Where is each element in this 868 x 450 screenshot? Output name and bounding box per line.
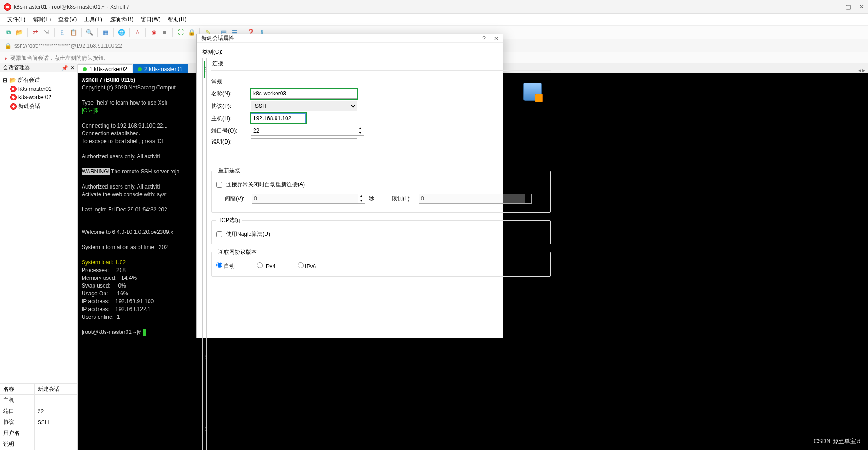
menu-tools[interactable]: 工具(T)	[81, 15, 105, 24]
nagle-label: 使用Nagle算法(U)	[226, 230, 270, 238]
tree-item-newsession[interactable]: 新建会话	[2, 101, 76, 111]
fullscreen-icon[interactable]: ⛶	[176, 28, 185, 37]
disconnect-icon[interactable]: ⇲	[42, 28, 51, 37]
reconnect-label: 连接异常关闭时自动重新连接(A)	[226, 181, 305, 189]
session-pc-icon	[523, 83, 542, 101]
port-label: 端口号(O):	[211, 127, 247, 135]
tree-item-master01[interactable]: k8s-master01	[2, 85, 76, 93]
menu-help[interactable]: 帮助(H)	[165, 15, 189, 24]
window-controls: — ▢ ✕	[831, 3, 864, 10]
stop-icon[interactable]: ■	[160, 28, 169, 37]
copy-icon[interactable]: ⎘	[58, 28, 67, 37]
record-icon[interactable]: ◉	[149, 28, 158, 37]
name-input[interactable]	[251, 89, 357, 99]
new-session-icon[interactable]: ⧉	[4, 28, 13, 37]
window-title: k8s-master01 - root@k8s-master01:~ - Xsh…	[14, 4, 130, 10]
session-manager: 会话管理器 📌✕ ⊟📂所有会话 k8s-master01 k8s-worker0…	[0, 64, 78, 450]
host-input[interactable]	[251, 113, 306, 123]
proto-label: 协议(P):	[211, 102, 247, 110]
interval-unit: 秒	[369, 195, 374, 203]
menu-edit[interactable]: 编辑(E)	[30, 15, 54, 24]
connection-panel: 连接 常规 名称(N): 协议(P):SSH 主机(H): 端口号(O): ▲▼…	[211, 58, 551, 450]
menu-file[interactable]: 文件(F)	[5, 15, 28, 24]
connect-icon[interactable]: ⇄	[31, 28, 40, 37]
maximize-icon[interactable]: ▢	[846, 3, 851, 10]
port-down-icon[interactable]: ▼	[357, 131, 364, 135]
proto-select[interactable]: SSH	[251, 101, 357, 111]
tree-root[interactable]: ⊟📂所有会话	[2, 75, 76, 85]
ip-auto-radio[interactable]	[216, 262, 222, 268]
ip-v6-radio[interactable]	[298, 262, 304, 268]
paste-icon[interactable]: 📋	[69, 28, 78, 37]
menu-tabs[interactable]: 选项卡(B)	[107, 15, 136, 24]
open-icon[interactable]: 📂	[15, 28, 24, 37]
minimize-icon[interactable]: —	[831, 3, 837, 10]
tip-text: 要添加当前会话，点击左侧的箭头按钮。	[10, 54, 109, 62]
search-icon[interactable]: 🔍	[85, 28, 94, 37]
pin-icon[interactable]: 📌	[61, 65, 68, 71]
tree-item-worker02[interactable]: k8s-worker02	[2, 93, 76, 101]
name-label: 名称(N):	[211, 90, 247, 98]
tab-worker02[interactable]: 1 k8s-worker02	[78, 64, 132, 73]
category-tree[interactable]: ⊟连接 ⊟用户身份验证 登录提示符 登录脚本 ⊟SSH 安全性 隧道 SFTP …	[202, 58, 207, 450]
nagle-checkbox[interactable]	[216, 231, 222, 237]
menu-view[interactable]: 查看(V)	[55, 15, 79, 24]
globe-icon[interactable]: 🌐	[117, 28, 126, 37]
limit-label: 限制(L):	[392, 195, 415, 203]
desc-textarea[interactable]	[251, 138, 357, 161]
session-props: 名称新建会话 主机 端口22 协议SSH 用户名 说明	[0, 383, 77, 450]
tcp-title: TCP选项	[216, 217, 242, 224]
panel-close-icon[interactable]: ✕	[70, 65, 75, 71]
address-text[interactable]: ssh://root:***************@192.168.91.10…	[14, 43, 122, 49]
category-label: 类别(C):	[202, 48, 498, 56]
limit-input	[419, 194, 525, 204]
menubar: 文件(F) 编辑(E) 查看(V) 工具(T) 选项卡(B) 窗口(W) 帮助(…	[0, 14, 868, 26]
interval-input	[252, 194, 358, 204]
lock-small-icon: 🔒	[5, 43, 11, 49]
tab-nav-right-icon[interactable]: ▸	[862, 67, 865, 73]
ip-v4-radio[interactable]	[257, 262, 263, 268]
app-icon	[4, 3, 11, 11]
menu-window[interactable]: 窗口(W)	[138, 15, 163, 24]
reconnect-checkbox[interactable]	[216, 182, 222, 188]
watermark: CSDN @至尊宝♬	[814, 437, 861, 445]
tab-master01[interactable]: 2 k8s-master01	[133, 64, 188, 73]
font-icon[interactable]: A	[133, 28, 142, 37]
port-up-icon[interactable]: ▲	[357, 126, 364, 131]
host-label: 主机(H):	[211, 115, 247, 122]
flag-icon: ▸	[5, 55, 7, 61]
props-icon[interactable]: ▦	[101, 28, 110, 37]
panel-header: 连接	[211, 58, 551, 71]
dialog-title: 新建会话属性	[201, 34, 234, 42]
tab-nav-left-icon[interactable]: ◂	[858, 67, 861, 73]
dialog-help-icon[interactable]: ?	[482, 35, 486, 42]
new-session-dialog: 新建会话属性 ?✕ 类别(C): ⊟连接 ⊟用户身份验证 登录提示符 登录脚本 …	[196, 34, 503, 338]
general-title: 常规	[211, 78, 523, 86]
port-input[interactable]	[251, 126, 357, 136]
lock-icon[interactable]: 🔒	[187, 28, 196, 37]
titlebar: k8s-master01 - root@k8s-master01:~ - Xsh…	[0, 0, 868, 14]
session-manager-title: 会话管理器	[3, 64, 30, 72]
limit-unit: 分钟	[536, 191, 546, 206]
interval-label: 间隔(V):	[225, 195, 248, 203]
ipver-title: 互联网协议版本	[216, 248, 259, 256]
close-icon[interactable]: ✕	[859, 3, 864, 10]
desc-label: 说明(D):	[211, 138, 247, 146]
reconnect-title: 重新连接	[216, 167, 242, 175]
dialog-close-icon[interactable]: ✕	[494, 35, 498, 42]
